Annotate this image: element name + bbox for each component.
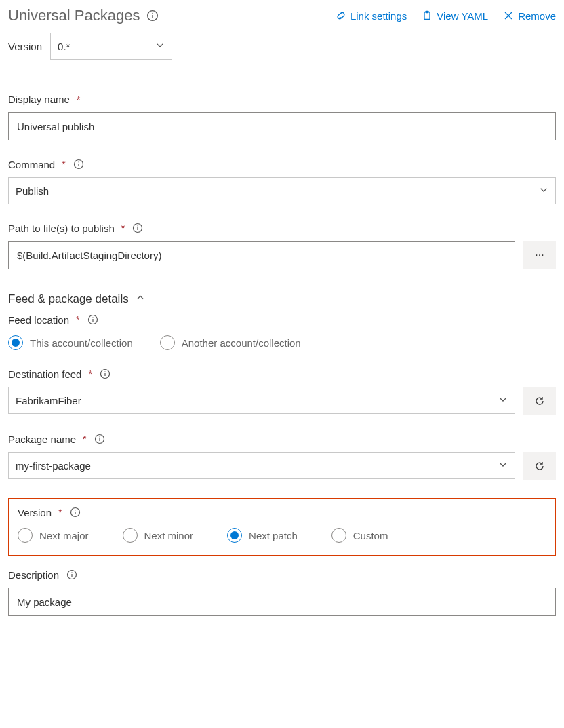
refresh-icon bbox=[534, 396, 545, 406]
refresh-icon bbox=[534, 461, 545, 472]
refresh-package-name-button[interactable] bbox=[523, 452, 556, 480]
required-icon: * bbox=[58, 507, 62, 518]
header: Universal Packages Link settings View YA… bbox=[8, 7, 556, 24]
radio-next-minor[interactable]: Next minor bbox=[123, 528, 194, 543]
page-title: Universal Packages bbox=[8, 7, 140, 24]
svg-point-9 bbox=[78, 161, 79, 162]
version-highlight: Version * Next major Next minor Next pat… bbox=[8, 498, 556, 556]
chevron-down-icon bbox=[155, 41, 165, 52]
radio-icon bbox=[8, 335, 23, 350]
radio-another-account[interactable]: Another account/collection bbox=[160, 335, 301, 350]
required-icon: * bbox=[88, 368, 92, 379]
view-yaml-label: View YAML bbox=[437, 10, 488, 22]
radio-next-major-label: Next major bbox=[39, 530, 89, 541]
radio-icon bbox=[160, 335, 175, 350]
info-icon[interactable] bbox=[99, 368, 111, 380]
destination-feed-select[interactable]: FabrikamFiber bbox=[8, 387, 515, 414]
required-icon: * bbox=[83, 434, 86, 444]
remove-button[interactable]: Remove bbox=[503, 10, 556, 22]
link-settings-button[interactable]: Link settings bbox=[336, 10, 407, 22]
radio-this-account-label: This account/collection bbox=[30, 337, 133, 349]
svg-point-18 bbox=[104, 371, 105, 372]
chevron-down-icon bbox=[498, 395, 508, 406]
package-name-label: Package name bbox=[8, 434, 76, 445]
description-input[interactable] bbox=[8, 588, 556, 616]
radio-next-major[interactable]: Next major bbox=[18, 528, 89, 543]
radio-icon bbox=[331, 528, 346, 543]
required-icon: * bbox=[76, 314, 79, 325]
link-icon bbox=[336, 10, 346, 21]
view-yaml-button[interactable]: View YAML bbox=[422, 10, 488, 22]
command-label: Command bbox=[8, 159, 55, 170]
svg-point-24 bbox=[75, 510, 75, 510]
radio-this-account[interactable]: This account/collection bbox=[8, 335, 133, 350]
info-icon[interactable] bbox=[69, 506, 81, 518]
section-feed-header[interactable]: Feed & package details bbox=[8, 292, 556, 306]
chevron-up-icon bbox=[136, 292, 145, 306]
package-name-select[interactable]: my-first-package bbox=[8, 452, 515, 479]
svg-point-21 bbox=[99, 436, 100, 437]
clipboard-icon bbox=[422, 10, 432, 21]
remove-label: Remove bbox=[518, 10, 556, 22]
display-name-label: Display name bbox=[8, 94, 70, 105]
radio-custom[interactable]: Custom bbox=[331, 528, 388, 543]
required-icon: * bbox=[121, 223, 125, 233]
close-icon bbox=[503, 10, 514, 21]
refresh-destination-feed-button[interactable] bbox=[523, 387, 556, 415]
svg-point-15 bbox=[92, 317, 93, 318]
link-settings-label: Link settings bbox=[350, 10, 407, 22]
version-label: Version bbox=[18, 507, 52, 518]
info-icon[interactable] bbox=[94, 433, 106, 445]
radio-icon bbox=[227, 528, 242, 543]
info-icon[interactable] bbox=[66, 569, 78, 581]
destination-feed-label: Destination feed bbox=[8, 368, 81, 380]
top-version-value: 0.* bbox=[58, 41, 70, 52]
top-version-select[interactable]: 0.* bbox=[50, 33, 172, 60]
section-feed-title: Feed & package details bbox=[8, 292, 129, 306]
svg-point-27 bbox=[71, 572, 72, 573]
package-name-value: my-first-package bbox=[16, 460, 91, 472]
browse-button[interactable]: ··· bbox=[523, 241, 556, 269]
chevron-down-icon bbox=[498, 460, 508, 472]
radio-next-patch[interactable]: Next patch bbox=[227, 528, 298, 543]
destination-feed-value: FabrikamFiber bbox=[16, 395, 81, 406]
info-icon[interactable] bbox=[146, 9, 159, 22]
command-value: Publish bbox=[16, 185, 49, 197]
svg-point-2 bbox=[153, 13, 153, 14]
radio-icon bbox=[123, 528, 138, 543]
feed-location-label: Feed location bbox=[8, 314, 69, 326]
path-label: Path to file(s) to publish bbox=[8, 223, 115, 234]
description-label: Description bbox=[8, 569, 59, 581]
svg-point-12 bbox=[138, 225, 138, 226]
radio-another-account-label: Another account/collection bbox=[182, 337, 301, 349]
path-input[interactable] bbox=[8, 241, 515, 269]
radio-next-patch-label: Next patch bbox=[249, 530, 298, 541]
required-icon: * bbox=[77, 94, 80, 105]
chevron-down-icon bbox=[539, 185, 548, 197]
radio-next-minor-label: Next minor bbox=[144, 530, 194, 541]
radio-icon bbox=[18, 528, 33, 543]
command-select[interactable]: Publish bbox=[8, 177, 556, 204]
info-icon[interactable] bbox=[87, 313, 99, 326]
ellipsis-icon: ··· bbox=[535, 249, 544, 261]
info-icon[interactable] bbox=[73, 158, 85, 170]
top-version-label: Version bbox=[8, 41, 42, 52]
required-icon: * bbox=[62, 159, 65, 170]
info-icon[interactable] bbox=[132, 222, 144, 234]
radio-custom-label: Custom bbox=[353, 530, 388, 541]
display-name-input[interactable] bbox=[8, 112, 556, 140]
